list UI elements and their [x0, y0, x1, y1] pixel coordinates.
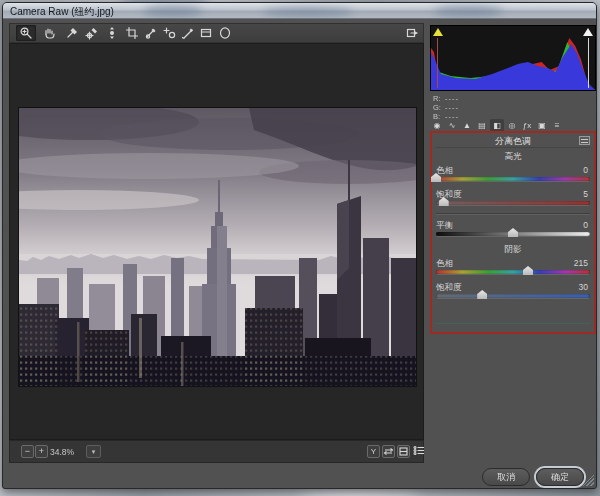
r-value-row: R:----	[433, 94, 459, 103]
slider-track[interactable]	[436, 177, 590, 181]
menu-lines-icon	[413, 449, 425, 458]
balance-slider: 平衡0	[436, 220, 590, 236]
ok-button[interactable]: 确定	[536, 468, 584, 486]
crop-icon	[125, 26, 139, 40]
radial-filter-tool-button[interactable]	[215, 25, 235, 41]
zoom-level-value: 34.8%	[50, 447, 74, 457]
camera-raw-dialog: Camera Raw (纽约.jpg)	[2, 2, 597, 489]
rgb-readout: R:---- G:---- B:----	[433, 94, 459, 121]
zoom-out-button[interactable]: −	[21, 445, 34, 458]
slider-label: 饱和度	[436, 189, 462, 200]
hand-tool-button[interactable]	[39, 25, 59, 41]
slider-label: 平衡	[436, 220, 453, 231]
red-eye-tool-button[interactable]	[160, 25, 180, 41]
spot-removal-icon	[144, 26, 158, 40]
graduated-filter-icon	[199, 26, 213, 40]
red-eye-icon	[163, 26, 177, 40]
histogram-canvas	[431, 26, 595, 90]
color-sampler-icon	[85, 26, 99, 40]
adjustment-brush-icon	[181, 26, 195, 40]
image-preview-area[interactable]	[9, 43, 424, 440]
panel-menu-icon[interactable]	[579, 136, 590, 145]
shadows-section-label: 阴影	[436, 244, 590, 256]
section-divider	[436, 213, 590, 215]
highlight-clip-line	[588, 38, 589, 88]
zoom-in-button[interactable]: +	[35, 445, 48, 458]
shadow-clip-line	[437, 38, 438, 88]
slider-value[interactable]: 0	[583, 220, 590, 231]
zoom-level-dropdown[interactable]: ▾	[86, 445, 101, 458]
slider-label: 饱和度	[436, 282, 462, 293]
shadows-saturation-slider: 饱和度30	[436, 282, 590, 298]
shadows-hue-slider: 色相215	[436, 258, 590, 274]
slider-track[interactable]	[436, 294, 590, 298]
copy-settings-button[interactable]	[397, 445, 410, 458]
white-balance-tool-button[interactable]	[62, 25, 82, 41]
adjustment-brush-tool-button[interactable]	[178, 25, 198, 41]
toggle-fullscreen-icon	[405, 26, 419, 40]
eyedropper-icon	[65, 26, 79, 40]
highlights-hue-slider: 色相0	[436, 165, 590, 181]
annotation-red-rectangle: 分离色调 高光 色相0 饱和度5 平衡0 阴影 色相215 饱和度30	[430, 131, 596, 334]
photo-preview	[19, 108, 416, 386]
spot-removal-tool-button[interactable]	[141, 25, 161, 41]
swap-icon	[383, 450, 394, 459]
titlebar[interactable]: Camera Raw (纽约.jpg)	[3, 3, 596, 19]
targeted-adjustment-icon	[105, 26, 119, 40]
slider-value[interactable]: 5	[583, 189, 590, 200]
targeted-adjustment-tool-button[interactable]	[102, 25, 122, 41]
tool-strip	[9, 23, 424, 43]
before-after-toggle-button[interactable]: Y	[367, 445, 380, 458]
slider-track[interactable]	[436, 201, 590, 205]
slider-track[interactable]	[436, 232, 590, 236]
g-value-row: G:----	[433, 103, 459, 112]
split-toning-panel-header: 分离色调	[436, 134, 590, 148]
toggle-fullscreen-button[interactable]	[402, 25, 422, 41]
preview-preferences-button[interactable]	[412, 445, 425, 458]
nyc-skyline-illustration	[19, 108, 416, 386]
slider-label: 色相	[436, 258, 453, 269]
resize-grip[interactable]	[582, 474, 594, 486]
graduated-filter-tool-button[interactable]	[196, 25, 216, 41]
copy-settings-icon	[398, 450, 409, 459]
preview-status-bar: − + 34.8% ▾ Y	[9, 440, 424, 463]
shadow-clipping-warning[interactable]	[433, 28, 443, 36]
swap-before-after-button[interactable]	[382, 445, 395, 458]
hand-icon	[42, 26, 56, 40]
radial-filter-icon	[218, 26, 232, 40]
slider-value[interactable]: 0	[583, 165, 590, 176]
histogram[interactable]	[430, 25, 596, 91]
color-sampler-tool-button[interactable]	[82, 25, 102, 41]
panel-bottom-divider	[436, 323, 590, 324]
slider-value[interactable]: 30	[579, 282, 590, 293]
slider-track[interactable]	[436, 270, 590, 274]
window-title: Camera Raw (纽约.jpg)	[10, 5, 114, 19]
slider-label: 色相	[436, 165, 453, 176]
highlights-section-label: 高光	[436, 151, 590, 163]
slider-value[interactable]: 215	[574, 258, 590, 269]
zoom-icon	[19, 26, 33, 40]
cancel-button[interactable]: 取消	[482, 468, 530, 486]
crop-tool-button[interactable]	[122, 25, 142, 41]
panel-title: 分离色调	[495, 136, 531, 146]
highlights-saturation-slider: 饱和度5	[436, 189, 590, 205]
zoom-tool-button[interactable]	[16, 25, 36, 41]
highlight-clipping-warning[interactable]	[583, 28, 593, 36]
